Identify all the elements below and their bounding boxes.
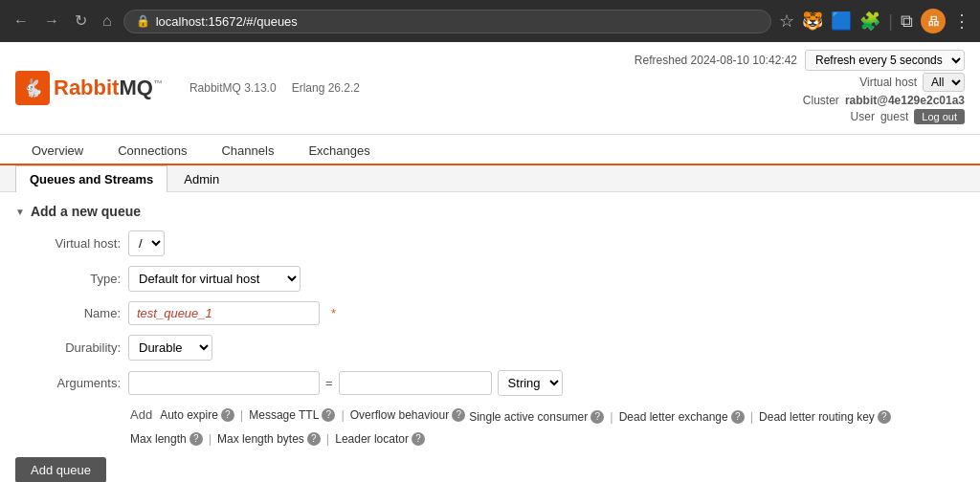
type-form-select[interactable]: Default for virtual host — [128, 266, 301, 292]
durability-form-select[interactable]: Durable Transient — [128, 335, 212, 361]
logo-text: RabbitMQ™ — [54, 76, 163, 100]
arg-tag-leader-locator: Leader locator ? — [335, 432, 425, 446]
arg-single-consumer-label[interactable]: Single active consumer — [469, 410, 588, 424]
arg-tag-dead-letter-exchange: Dead letter exchange ? — [619, 410, 745, 424]
arg-max-length-bytes-label[interactable]: Max length bytes — [217, 432, 304, 446]
app: 🐇 RabbitMQ™ RabbitMQ 3.13.0 Erlang 26.2.… — [0, 42, 980, 482]
arg-dead-letter-exchange-label[interactable]: Dead letter exchange — [619, 410, 728, 424]
arg-dead-letter-routing-help[interactable]: ? — [878, 410, 891, 424]
url-text: localhost:15672/#/queues — [156, 14, 298, 29]
lock-icon: 🔒 — [136, 14, 150, 28]
args-val-input[interactable] — [339, 371, 492, 395]
add-queue-button[interactable]: Add queue — [15, 457, 106, 482]
tab-queues-streams[interactable]: Queues and Streams — [15, 165, 167, 192]
vhost-row: Virtual host All — [635, 73, 965, 92]
name-input[interactable] — [128, 301, 320, 325]
arg-auto-expire-help[interactable]: ? — [221, 408, 234, 422]
user-row: User guest Log out — [635, 109, 965, 124]
nav-connections[interactable]: Connections — [101, 135, 203, 165]
user-name: guest — [880, 110, 908, 123]
ext-icon3[interactable]: 🧩 — [859, 11, 880, 32]
content: ▼ Add a new queue Virtual host: / Type: … — [0, 192, 980, 482]
arg-dead-letter-exchange-help[interactable]: ? — [731, 410, 745, 424]
sep2: | — [341, 407, 344, 422]
ext-icon2[interactable]: 🟦 — [831, 11, 852, 32]
arg-tag-auto-expire: Auto expire ? — [160, 408, 234, 422]
back-button[interactable]: ← — [10, 11, 33, 31]
user-label: User — [851, 110, 875, 123]
arg-tags-row1: Add Auto expire ? | Message TTL ? | Over… — [130, 407, 465, 422]
version-label: RabbitMQ 3.13.0 — [189, 81, 277, 95]
refreshed-label: Refreshed 2024-08-10 10:42:42 — [635, 54, 797, 67]
refresh-select[interactable]: Refresh every 5 seconds — [805, 50, 965, 71]
arg-message-ttl-label[interactable]: Message TTL — [249, 408, 319, 422]
reload-button[interactable]: ↻ — [71, 11, 91, 31]
arg-tags-row3: Max length ? | Max length bytes ? | Lead… — [130, 431, 425, 446]
logo: 🐇 RabbitMQ™ — [15, 71, 163, 105]
logo-icon: 🐇 — [15, 71, 50, 105]
sep4: | — [750, 409, 753, 424]
arg-leader-locator-help[interactable]: ? — [412, 432, 425, 446]
logo-tm: ™ — [153, 78, 163, 89]
arg-tag-dead-letter-routing: Dead letter routing key ? — [759, 410, 891, 424]
args-inputs: = String — [128, 370, 563, 396]
vhost-form-select[interactable]: / — [128, 230, 165, 256]
cast-icon[interactable]: ⧉ — [901, 11, 913, 32]
menu-icon[interactable]: ⋮ — [953, 11, 970, 32]
home-button[interactable]: ⌂ — [99, 11, 116, 31]
arguments-form-row: Arguments: = String — [15, 370, 965, 396]
star-icon[interactable]: ☆ — [779, 11, 794, 32]
logo-mq: MQ — [119, 76, 152, 99]
arg-leader-locator-label[interactable]: Leader locator — [335, 432, 409, 446]
required-star: * — [331, 306, 336, 320]
durability-form-label: Durability: — [15, 340, 121, 355]
main-nav: Overview Connections Channels Exchanges — [0, 135, 980, 165]
arg-tag-message-ttl: Message TTL ? — [249, 408, 335, 422]
logo-rabbit: Rabbit — [54, 76, 119, 99]
arg-tag-max-length: Max length ? — [130, 432, 203, 446]
profile-avatar[interactable]: 品 — [921, 9, 946, 33]
forward-button[interactable]: → — [40, 11, 63, 31]
name-form-label: Name: — [15, 306, 121, 320]
section-header[interactable]: ▼ Add a new queue — [15, 204, 965, 219]
nav-overview[interactable]: Overview — [15, 135, 100, 165]
sub-nav: Queues and Streams Admin — [0, 165, 980, 192]
top-right: Refreshed 2024-08-10 10:42:42 Refresh ev… — [635, 50, 965, 126]
arg-tags: Add Auto expire ? | Message TTL ? | Over… — [130, 405, 965, 446]
tab-admin[interactable]: Admin — [169, 165, 234, 192]
args-type-select[interactable]: String — [498, 370, 563, 396]
add-label: Add — [130, 407, 152, 422]
arg-overflow-help[interactable]: ? — [452, 408, 465, 422]
address-bar[interactable]: 🔒 localhost:15672/#/queues — [123, 10, 772, 33]
sep1: | — [240, 407, 243, 422]
args-key-input[interactable] — [128, 371, 320, 395]
arg-max-length-bytes-help[interactable]: ? — [307, 432, 321, 446]
browser-icons: ☆ 🐯 🟦 🧩 | ⧉ 品 ⋮ — [779, 9, 970, 33]
arg-max-length-label[interactable]: Max length — [130, 432, 187, 446]
arguments-form-label: Arguments: — [15, 376, 121, 390]
nav-channels[interactable]: Channels — [205, 135, 290, 165]
arg-overflow-label[interactable]: Overflow behaviour — [350, 408, 449, 422]
arg-single-consumer-help[interactable]: ? — [590, 410, 604, 424]
cluster-label: Cluster — [803, 94, 839, 107]
arg-auto-expire-label[interactable]: Auto expire — [160, 408, 218, 422]
logout-button[interactable]: Log out — [914, 109, 965, 124]
arg-max-length-help[interactable]: ? — [189, 432, 203, 446]
sep3: | — [610, 409, 612, 424]
sep6: | — [326, 431, 329, 446]
refresh-row: Refreshed 2024-08-10 10:42:42 Refresh ev… — [635, 50, 965, 71]
arg-tags-row2: Single active consumer ? | Dead letter e… — [469, 409, 891, 424]
type-form-label: Type: — [15, 272, 121, 286]
arg-message-ttl-help[interactable]: ? — [322, 408, 335, 422]
version-info: RabbitMQ 3.13.0 Erlang 26.2.2 — [189, 81, 360, 95]
vhost-select[interactable]: All — [923, 73, 965, 92]
durability-form-row: Durability: Durable Transient — [15, 335, 965, 361]
cluster-row: Cluster rabbit@4e129e2c01a3 — [635, 94, 965, 107]
collapse-icon: ▼ — [15, 207, 25, 217]
arg-dead-letter-routing-label[interactable]: Dead letter routing key — [759, 410, 875, 424]
ext-icon1[interactable]: 🐯 — [802, 11, 823, 32]
erlang-label: Erlang 26.2.2 — [292, 81, 360, 95]
type-form-row: Type: Default for virtual host — [15, 266, 965, 292]
nav-exchanges[interactable]: Exchanges — [292, 135, 386, 165]
separator: | — [888, 11, 893, 32]
